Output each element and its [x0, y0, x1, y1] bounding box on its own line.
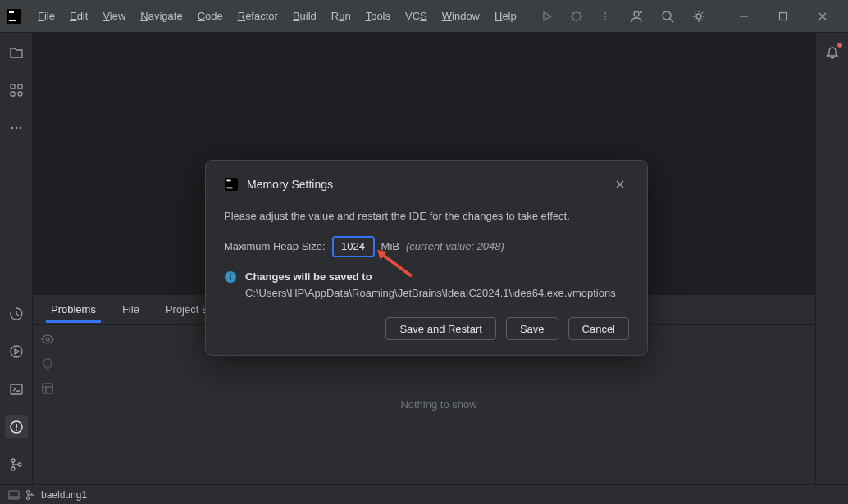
tab-problems[interactable]: Problems — [39, 297, 107, 322]
svg-point-8 — [663, 11, 671, 20]
svg-rect-36 — [230, 276, 231, 280]
menu-build[interactable]: Build — [286, 7, 323, 25]
svg-point-30 — [27, 497, 30, 499]
svg-point-25 — [46, 338, 49, 341]
titlebar-right — [622, 5, 841, 28]
svg-point-16 — [15, 127, 17, 129]
debug-icon[interactable] — [563, 5, 589, 28]
eye-icon[interactable] — [39, 331, 56, 347]
info-row: Changes will be saved to C:\Users\HP\App… — [224, 269, 629, 303]
clock-icon[interactable] — [5, 302, 28, 325]
settings-icon[interactable] — [684, 5, 714, 28]
svg-rect-2 — [9, 20, 16, 21]
bulb-icon[interactable] — [39, 356, 56, 372]
app-icon — [224, 177, 239, 192]
terminal-icon[interactable] — [5, 378, 28, 401]
info-text: Changes will be saved to C:\Users\HP\App… — [245, 269, 616, 303]
run-icon[interactable] — [535, 5, 560, 28]
tab-file[interactable]: File — [111, 297, 151, 322]
menu-refactor[interactable]: Refactor — [231, 7, 285, 25]
structure-icon[interactable] — [5, 79, 28, 102]
close-button[interactable] — [804, 5, 841, 28]
svg-point-22 — [11, 459, 15, 462]
menu-vcs[interactable]: VCS — [399, 7, 434, 25]
svg-rect-12 — [18, 84, 22, 89]
right-tool-rail — [815, 33, 848, 484]
dialog-message: Please adjust the value and restart the … — [224, 208, 629, 225]
menu-run[interactable]: Run — [325, 7, 358, 25]
app-icon — [7, 8, 21, 25]
branch-icon[interactable] — [25, 489, 36, 501]
svg-point-23 — [11, 467, 15, 470]
menu-code[interactable]: Code — [191, 7, 230, 25]
svg-point-21 — [16, 429, 17, 431]
cancel-button[interactable]: Cancel — [568, 317, 629, 340]
svg-rect-33 — [227, 180, 231, 182]
svg-rect-28 — [9, 496, 19, 499]
svg-point-29 — [27, 490, 30, 493]
panel-gutter — [33, 325, 62, 484]
current-value-text: (current value: 2048) — [406, 240, 504, 252]
menu-tools[interactable]: Tools — [359, 7, 397, 25]
svg-point-15 — [11, 127, 13, 129]
save-and-restart-button[interactable]: Save and Restart — [385, 317, 495, 340]
vcs-icon[interactable] — [5, 453, 28, 476]
svg-rect-32 — [225, 178, 238, 191]
svg-point-18 — [11, 346, 22, 357]
svg-rect-13 — [11, 92, 15, 96]
search-icon[interactable] — [653, 5, 682, 28]
heap-size-input[interactable] — [332, 236, 375, 257]
svg-point-4 — [604, 11, 606, 13]
close-icon[interactable] — [611, 175, 629, 193]
menu-file[interactable]: File — [31, 7, 62, 25]
info-icon — [224, 270, 237, 303]
dialog-title: Memory Settings — [247, 178, 333, 191]
svg-rect-26 — [43, 384, 52, 393]
svg-point-6 — [604, 18, 606, 20]
layout-icon[interactable] — [39, 380, 56, 397]
svg-rect-34 — [227, 188, 233, 189]
statusbar: baeldung1 — [0, 484, 848, 504]
dialog-header: Memory Settings — [224, 175, 629, 193]
titlebar: File Edit View Navigate Code Refactor Bu… — [0, 0, 848, 33]
svg-rect-0 — [7, 9, 21, 24]
svg-point-5 — [604, 15, 606, 16]
save-button[interactable]: Save — [506, 317, 558, 340]
menu-help[interactable]: Help — [488, 7, 523, 25]
main-menu: File Edit View Navigate Code Refactor Bu… — [31, 7, 523, 25]
heap-row: Maximum Heap Size: MiB (current value: 2… — [224, 236, 629, 257]
svg-point-24 — [18, 463, 21, 466]
maximize-button[interactable] — [764, 5, 802, 28]
svg-rect-1 — [9, 11, 14, 13]
svg-rect-10 — [780, 12, 787, 20]
svg-point-17 — [19, 127, 21, 129]
info-path-text: C:\Users\HP\AppData\Roaming\JetBrains\Id… — [245, 287, 616, 299]
svg-point-14 — [18, 92, 22, 96]
menu-window[interactable]: Window — [435, 7, 486, 25]
services-icon[interactable] — [5, 340, 28, 363]
notifications-icon[interactable] — [821, 41, 844, 64]
project-icon[interactable] — [5, 41, 28, 64]
svg-point-7 — [634, 11, 639, 16]
memory-settings-dialog: Memory Settings Please adjust the value … — [205, 160, 648, 356]
code-with-me-icon[interactable] — [622, 5, 651, 28]
svg-rect-11 — [11, 84, 15, 89]
problems-tool-icon[interactable] — [5, 415, 28, 438]
mib-label: MiB — [381, 240, 399, 252]
branch-name[interactable]: baeldung1 — [41, 489, 87, 501]
notification-dot — [837, 43, 842, 48]
menu-edit[interactable]: Edit — [63, 7, 94, 25]
tab-project-errors[interactable]: Project Errors — [154, 297, 212, 322]
menu-navigate[interactable]: Navigate — [134, 7, 189, 25]
more-vertical-icon[interactable] — [593, 5, 618, 28]
heap-label: Maximum Heap Size: — [224, 240, 326, 252]
left-tool-rail — [0, 33, 33, 484]
menu-view[interactable]: View — [96, 7, 132, 25]
info-bold-text: Changes will be saved to — [245, 270, 372, 283]
more-horizontal-icon[interactable] — [5, 116, 28, 139]
svg-point-37 — [230, 273, 231, 275]
svg-point-9 — [696, 14, 701, 19]
minimize-button[interactable] — [725, 5, 763, 28]
svg-point-31 — [32, 493, 34, 495]
tool-window-icon[interactable] — [8, 489, 20, 501]
